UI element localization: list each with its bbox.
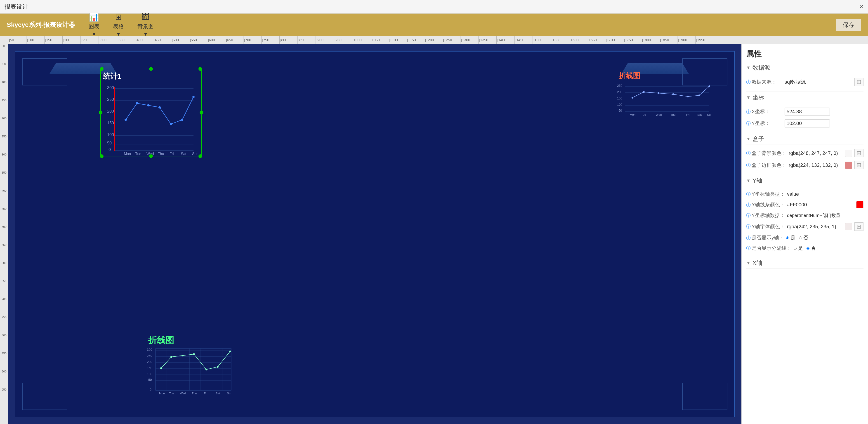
svg-text:Sat: Sat bbox=[181, 152, 186, 156]
canvas-area[interactable]: 统计1 300 250 200 150 100 50 0 bbox=[8, 44, 741, 424]
section-yaxis: ▼ Y轴 ⓘ Y坐标轴类型： value ⓘ Y轴线条颜色： #FF0000 bbox=[746, 177, 864, 253]
expand-yaxis-font[interactable]: ⊞ bbox=[855, 222, 864, 231]
ruler-mark: |300 bbox=[98, 36, 106, 44]
value-yaxis-linecolor: #FF0000 bbox=[787, 202, 854, 208]
svg-text:50: 50 bbox=[618, 109, 622, 112]
value-yaxis-data: departmentNum--部门数量 bbox=[787, 212, 864, 218]
ruler-mark: |650 bbox=[225, 36, 233, 44]
svg-text:200: 200 bbox=[617, 90, 622, 94]
v-ruler-mark: 900 bbox=[0, 370, 8, 373]
chart3-container[interactable]: 折线图 300 250 200 150 100 50 0 bbox=[147, 333, 232, 394]
v-ruler-mark: 850 bbox=[0, 352, 8, 355]
svg-text:Sun: Sun bbox=[227, 392, 232, 395]
svg-text:Thu: Thu bbox=[671, 113, 675, 116]
svg-text:Wed: Wed bbox=[180, 392, 186, 395]
input-y[interactable] bbox=[784, 119, 830, 127]
expand-box-bg[interactable]: ⊞ bbox=[855, 149, 864, 157]
v-ruler-mark: 400 bbox=[0, 189, 8, 192]
radio-show-yaxis-yes[interactable]: 是 bbox=[786, 234, 796, 241]
section-xaxis-label: X轴 bbox=[752, 259, 762, 267]
section-datasource-label: 数据源 bbox=[752, 64, 770, 72]
ruler-mark: |50 bbox=[8, 36, 14, 44]
svg-text:100: 100 bbox=[107, 132, 114, 137]
arrow-yaxis: ▼ bbox=[746, 178, 751, 183]
close-button[interactable]: × bbox=[859, 2, 864, 11]
radio-show-divider-no[interactable]: 否 bbox=[807, 245, 816, 251]
svg-text:50: 50 bbox=[148, 378, 152, 382]
ruler-mark: |600 bbox=[207, 36, 215, 44]
ruler-mark: |1900 bbox=[677, 36, 687, 44]
ruler-mark: |1850 bbox=[659, 36, 669, 44]
svg-point-80 bbox=[206, 369, 207, 370]
section-xaxis-header[interactable]: ▼ X轴 bbox=[746, 259, 864, 269]
v-ruler-mark: 0 bbox=[0, 44, 8, 48]
svg-point-78 bbox=[182, 355, 184, 356]
label-y: ⓘ Y坐标： bbox=[746, 120, 782, 127]
section-yaxis-header[interactable]: ▼ Y轴 bbox=[746, 177, 864, 186]
svg-point-77 bbox=[170, 356, 172, 358]
table-icon: ⊞ bbox=[115, 12, 122, 22]
chart-icon: 📊 bbox=[89, 12, 99, 22]
radio-show-divider-yes[interactable]: 是 bbox=[794, 245, 803, 251]
expand-box-border[interactable]: ⊞ bbox=[855, 161, 864, 169]
ruler-mark: |1600 bbox=[569, 36, 579, 44]
chart2-container[interactable]: 折线图 250 200 150 100 50 bbox=[617, 70, 712, 115]
row-box-bg: ⓘ 盒子背景颜色： rgba(248, 247, 247, 0) ⊞ bbox=[746, 147, 864, 159]
properties-panel: 属性 ▼ 数据源 ⓘ 数据来源： sql数据源 ⊞ ▼ 坐标 bbox=[741, 44, 868, 424]
ruler-mark: |700 bbox=[243, 36, 251, 44]
section-datasource-header[interactable]: ▼ 数据源 bbox=[746, 64, 864, 73]
v-ruler-mark: 100 bbox=[0, 81, 8, 84]
value-box-bg: rgba(248, 247, 247, 0) bbox=[789, 150, 843, 156]
ruler-mark: |1300 bbox=[460, 36, 470, 44]
radio-show-yaxis-no[interactable]: 否 bbox=[799, 234, 808, 241]
expand-datasource[interactable]: ⊞ bbox=[855, 78, 864, 86]
svg-text:Thu: Thu bbox=[158, 152, 164, 156]
save-button[interactable]: 保存 bbox=[836, 19, 861, 31]
row-yaxis-data: ⓘ Y坐标轴数据： departmentNum--部门数量 bbox=[746, 210, 864, 220]
bg-button[interactable]: 🖼 背景图 ▾ bbox=[137, 12, 154, 37]
v-ruler-mark: 150 bbox=[0, 98, 8, 102]
ruler-mark: |150 bbox=[44, 36, 52, 44]
svg-point-41 bbox=[631, 97, 633, 98]
chart3-title: 折线图 bbox=[147, 333, 232, 347]
ruler-mark: |1800 bbox=[641, 36, 651, 44]
table-button[interactable]: ⊞ 表格 ▾ bbox=[113, 12, 124, 37]
colorbox-yaxis-font[interactable] bbox=[845, 223, 852, 230]
radio-show-yaxis: 是 否 bbox=[786, 234, 808, 241]
svg-point-21 bbox=[181, 119, 183, 121]
row-datasource: ⓘ 数据来源： sql数据源 ⊞ bbox=[746, 76, 864, 88]
ruler-mark: |1700 bbox=[605, 36, 615, 44]
section-box-header[interactable]: ▼ 盒子 bbox=[746, 135, 864, 144]
corner-br bbox=[682, 383, 727, 410]
svg-text:Sun: Sun bbox=[192, 152, 198, 156]
ruler-mark: |900 bbox=[315, 36, 323, 44]
svg-text:Sat: Sat bbox=[216, 392, 220, 395]
v-ruler-mark: 950 bbox=[0, 388, 8, 391]
chart1-svg: 300 250 200 150 100 50 0 bbox=[103, 82, 198, 157]
v-ruler-mark: 700 bbox=[0, 297, 8, 301]
chart3-svg: 300 250 200 150 100 50 0 bbox=[147, 347, 232, 397]
ruler-mark: |1400 bbox=[496, 36, 506, 44]
input-x[interactable] bbox=[784, 108, 830, 116]
svg-text:Sat: Sat bbox=[698, 113, 702, 116]
v-ruler: 0501001502002503003504004505005506006507… bbox=[0, 44, 8, 424]
svg-point-22 bbox=[192, 96, 195, 98]
colorbox-yaxis-line[interactable] bbox=[856, 201, 864, 208]
chart-button[interactable]: 📊 图表 ▾ bbox=[89, 12, 99, 37]
v-ruler-mark: 750 bbox=[0, 315, 8, 319]
label-show-yaxis: ⓘ 是否显示y轴： bbox=[746, 234, 784, 241]
arrow-xaxis: ▼ bbox=[746, 261, 751, 266]
colorbox-box-bg[interactable] bbox=[845, 150, 852, 157]
ruler-mark: |1050 bbox=[370, 36, 380, 44]
svg-text:0: 0 bbox=[108, 147, 111, 152]
svg-text:Tue: Tue bbox=[135, 152, 141, 156]
svg-point-18 bbox=[147, 104, 149, 107]
svg-text:Mon: Mon bbox=[159, 392, 165, 395]
h-ruler: // Will be rendered by template script |… bbox=[0, 36, 868, 44]
section-coordinate-header[interactable]: ▼ 坐标 bbox=[746, 94, 864, 103]
svg-text:300: 300 bbox=[147, 348, 152, 352]
row-yaxis-linecolor: ⓘ Y轴线条颜色： #FF0000 bbox=[746, 199, 864, 210]
colorbox-box-border[interactable] bbox=[845, 161, 852, 169]
chart1-container[interactable]: 统计1 300 250 200 150 100 50 0 bbox=[101, 70, 201, 155]
canvas-inner: 统计1 300 250 200 150 100 50 0 bbox=[15, 51, 735, 417]
